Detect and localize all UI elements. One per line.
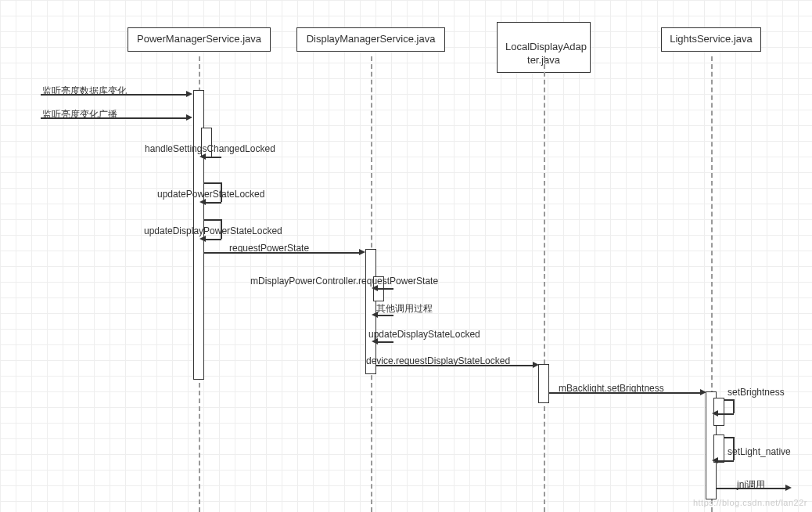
arrow-line <box>41 94 188 96</box>
arrow-head-icon <box>186 91 192 97</box>
arrow-line <box>717 460 734 462</box>
arrow-line <box>717 413 734 415</box>
participant-label: DisplayManagerService.java <box>307 33 436 45</box>
arrow-line <box>733 399 735 413</box>
arrow-line <box>376 288 393 290</box>
arrow-head-icon <box>712 410 718 416</box>
arrow-head-icon <box>372 285 378 291</box>
arrow-head-icon <box>359 249 365 255</box>
message-label: handleSettingsChangedLocked <box>145 143 275 154</box>
participant-label: LightsService.java <box>670 33 753 45</box>
arrow-line <box>376 341 393 343</box>
arrow-head-icon <box>186 114 192 121</box>
participant-display-manager: DisplayManagerService.java <box>296 27 445 52</box>
participant-label: LocalDisplayAdap ter.java <box>505 41 587 66</box>
arrow-head-icon <box>372 312 378 318</box>
arrow-head-icon <box>372 338 378 344</box>
arrow-head-icon <box>533 362 539 368</box>
arrow-line <box>717 488 787 489</box>
message-label: updateDisplayStateLocked <box>368 329 480 340</box>
arrow-line <box>221 219 222 239</box>
arrow-line <box>221 182 222 202</box>
arrow-head-icon <box>199 236 206 242</box>
arrow-line <box>204 239 221 240</box>
participant-power-manager: PowerManagerService.java <box>128 27 271 52</box>
arrow-head-icon <box>199 153 206 160</box>
arrow-head-icon <box>712 457 718 463</box>
message-label: 监听亮度数据库变化 <box>42 85 127 98</box>
message-label: mDisplayPowerController.requestPowerStat… <box>250 276 438 287</box>
participant-label: PowerManagerService.java <box>137 33 261 45</box>
message-label: jni调用 <box>737 478 765 492</box>
arrow-line <box>204 182 221 184</box>
arrow-line <box>733 437 735 460</box>
arrow-line <box>204 219 221 221</box>
activation-bar <box>538 364 549 403</box>
message-label: setLight_native <box>728 446 791 457</box>
arrow-line <box>204 202 221 204</box>
message-label: updateDisplayPowerStateLocked <box>144 225 282 236</box>
arrow-head-icon <box>199 199 206 205</box>
arrow-head-icon <box>785 485 792 491</box>
arrow-line <box>41 117 188 119</box>
message-label: updatePowerStateLocked <box>157 189 264 200</box>
message-label: setBrightness <box>728 387 785 398</box>
arrow-line <box>376 315 393 316</box>
arrow-line <box>724 399 734 401</box>
message-label: 监听亮度变化广播 <box>42 108 117 121</box>
arrow-line <box>376 365 534 366</box>
participant-lights-service: LightsService.java <box>661 27 761 52</box>
arrow-head-icon <box>700 389 706 395</box>
lifeline <box>544 56 545 512</box>
watermark: https://blog.csdn.net/lan22r <box>693 498 807 507</box>
message-label: 其他调用过程 <box>376 302 433 315</box>
arrow-line <box>204 157 221 158</box>
arrow-line <box>549 392 702 394</box>
arrow-line <box>204 252 361 254</box>
